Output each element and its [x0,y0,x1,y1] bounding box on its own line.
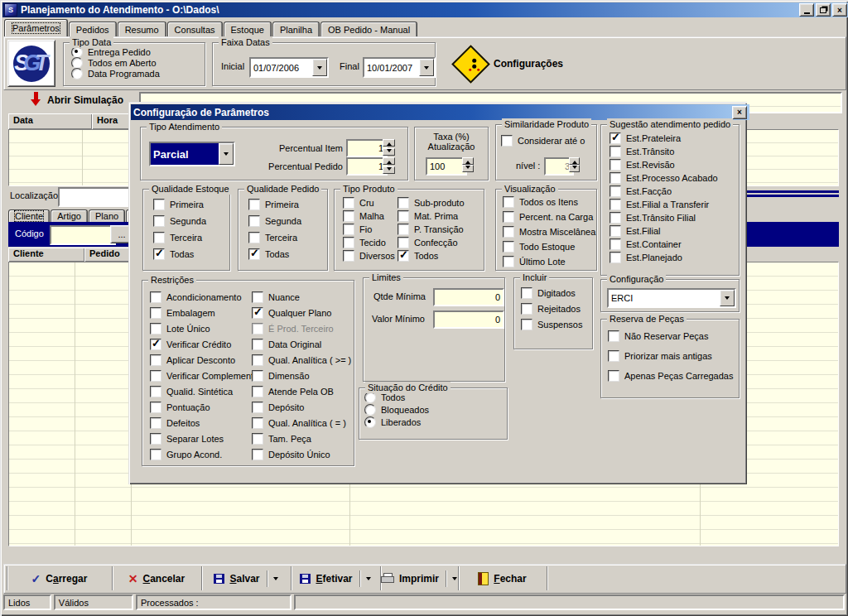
checkbox-box[interactable] [610,199,621,210]
situacao-credito-radio[interactable]: Liberados [364,416,507,428]
chevron-down-icon[interactable] [452,577,457,583]
checkbox-box[interactable] [252,354,263,366]
restricoes-checkbox[interactable]: Depósito [252,399,354,415]
checkbox-box[interactable] [501,135,513,147]
checkbox-box[interactable] [252,449,263,460]
radio-dot[interactable] [364,404,376,416]
main-tab[interactable]: Planilha [272,22,320,36]
restricoes-checkbox[interactable]: Qualquer Plano [252,305,354,320]
restricoes-checkbox[interactable]: Defeitos [150,415,252,431]
qtde-minima-input[interactable]: 0 [433,288,504,306]
checkbox-box[interactable] [153,215,165,227]
taxa-input[interactable]: 100 [426,157,467,176]
reserva-checkbox[interactable]: Apenas Peças Carregadas [608,366,739,386]
reserva-checkbox[interactable]: Priorizar mais antigas [608,346,739,366]
checkbox-box[interactable] [252,370,263,382]
minimize-button[interactable] [799,3,814,17]
checkbox-box[interactable] [521,287,532,299]
imprimir-button[interactable]: Imprimir [381,567,457,590]
restricoes-checkbox[interactable]: Depósito Único [252,446,354,462]
tipo-data-radio[interactable]: Data Programada [71,68,205,79]
visualizacao-checkbox[interactable]: Último Lote [503,254,596,269]
sugestao-checkbox[interactable]: Est.Revisão [610,158,739,171]
checkbox-box[interactable] [252,402,263,413]
main-tab[interactable]: Resumo [118,22,166,36]
checkbox-box[interactable] [503,226,514,238]
column-header[interactable]: Data [8,113,92,129]
chevron-down-icon[interactable] [366,577,371,583]
column-header[interactable]: Cliente [8,248,84,262]
checkbox-box[interactable] [610,172,621,184]
visualizacao-checkbox[interactable]: Percent. na Carga [503,209,596,224]
tipo-produto-checkbox[interactable]: P. Transição [398,223,484,236]
checkbox-box[interactable] [398,224,409,235]
checkbox-box[interactable] [252,417,263,429]
qualidade-estoque-checkbox[interactable]: Todas [153,246,229,262]
salvar-button[interactable]: Salvar [202,567,290,590]
checkbox-box[interactable] [153,232,165,243]
configuracao-combo[interactable]: ERCI [607,288,736,308]
checkbox-box[interactable] [150,417,161,429]
dropdown-button[interactable] [419,59,434,76]
tipo-produto-checkbox[interactable]: Sub-produto [398,196,484,209]
main-tab[interactable]: Consultas [167,22,223,36]
restricoes-checkbox[interactable]: Qual. Analítica ( >= ) [252,352,354,368]
considerar-checkbox[interactable]: Considerar até o [501,135,585,147]
final-date-combo[interactable]: 10/01/2007 [363,57,436,78]
restricoes-checkbox[interactable]: Data Original [252,336,354,352]
percentual-pedido-input[interactable]: 1 [346,157,388,176]
checkbox-box[interactable] [503,211,514,223]
radio-dot[interactable] [71,68,83,79]
checkbox-box[interactable] [343,197,354,209]
checkbox-box[interactable] [252,307,263,319]
sugestao-checkbox[interactable]: Est.Processo Acabado [610,171,739,185]
sugestao-checkbox[interactable]: Est.Facção [610,185,739,198]
qualidade-estoque-checkbox[interactable]: Terceira [153,229,229,246]
restricoes-checkbox[interactable]: Qual. Analítica ( = ) [252,415,354,431]
efetivar-button[interactable]: Efetivar [292,567,379,590]
checkbox-box[interactable] [503,196,514,208]
checkbox-box[interactable] [248,248,260,260]
sugestao-checkbox[interactable]: Est.Planejado [610,251,739,264]
main-tab[interactable]: OB Pedido - Manual [320,22,417,36]
main-tab[interactable]: Parâmetros [4,19,68,36]
carregar-button[interactable]: ✓ Carregar [7,567,111,590]
restricoes-checkbox[interactable]: Dimensão [252,368,354,383]
checkbox-box[interactable] [610,132,621,144]
abrir-simulacao-label[interactable]: Abrir Simulação [47,94,123,106]
taxa-spinner[interactable] [462,157,474,172]
main-tab[interactable]: Pedidos [69,22,117,36]
checkbox-box[interactable] [343,237,354,248]
checkbox-box[interactable] [343,250,354,262]
restricoes-checkbox[interactable]: Separar Lotes [150,431,252,446]
tipo-data-radio[interactable]: Todos em Aberto [71,57,205,68]
incluir-checkbox[interactable]: Rejeitados [521,301,592,316]
sugestao-checkbox[interactable]: Est.Filial [610,224,739,238]
radio-dot[interactable] [364,416,376,428]
restricoes-checkbox[interactable]: Pontuação [150,399,252,415]
qualidade-estoque-checkbox[interactable]: Segunda [153,213,229,229]
left-tab[interactable]: Plano [89,209,125,222]
dropdown-button[interactable] [312,59,327,76]
tipo-produto-checkbox[interactable]: Todos [398,249,484,262]
checkbox-box[interactable] [252,386,263,397]
qualidade-pedido-checkbox[interactable]: Todas [248,246,327,262]
checkbox-box[interactable] [610,252,621,263]
checkbox-box[interactable] [608,370,619,382]
checkbox-box[interactable] [503,241,514,253]
incluir-checkbox[interactable]: Digitados [521,285,592,301]
percentual-item-input[interactable]: 1 [346,139,388,157]
restricoes-checkbox[interactable]: Aplicar Desconto [150,352,252,368]
restricoes-checkbox[interactable]: Verificar Crédito [150,336,252,352]
situacao-credito-radio[interactable]: Bloqueados [364,403,507,416]
restricoes-checkbox[interactable]: É Prod. Terceiro [252,320,354,336]
sugestao-checkbox[interactable]: Est.Trânsito Filial [610,211,739,224]
checkbox-box[interactable] [153,199,165,210]
sugestao-checkbox[interactable]: Est.Prateleira [610,132,739,145]
restricoes-checkbox[interactable]: Nuance [252,289,354,305]
checkbox-box[interactable] [248,215,260,227]
nivel-spinner[interactable] [569,157,580,172]
qualidade-pedido-checkbox[interactable]: Primeira [248,196,327,213]
checkbox-box[interactable] [398,197,409,209]
visualizacao-checkbox[interactable]: Todo Estoque [503,239,596,254]
